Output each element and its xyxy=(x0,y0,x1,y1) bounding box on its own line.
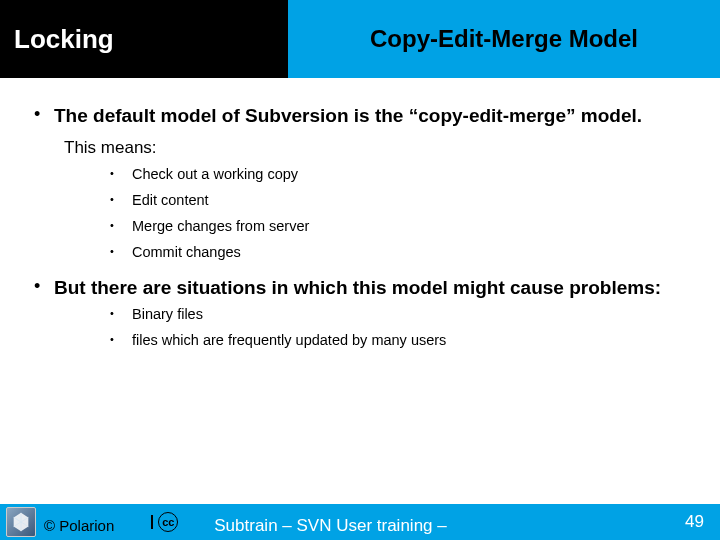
bullet-2: But there are situations in which this m… xyxy=(30,276,690,348)
header-right: Copy-Edit-Merge Model xyxy=(288,0,720,78)
list-item: Commit changes xyxy=(110,244,690,260)
slide-header: Locking Copy-Edit-Merge Model xyxy=(0,0,720,78)
bullet-2-text: But there are situations in which this m… xyxy=(54,276,690,300)
polarion-logo-icon xyxy=(6,507,36,537)
bullet-1: The default model of Subversion is the “… xyxy=(30,104,690,260)
list-item: files which are frequently updated by ma… xyxy=(110,332,690,348)
cc-license-icon: cc xyxy=(158,512,178,532)
list-item: Merge changes from server xyxy=(110,218,690,234)
slide-title: Copy-Edit-Merge Model xyxy=(370,25,638,53)
slide-footer: © Polarion cc Subtrain – SVN User traini… xyxy=(0,504,720,540)
list-item: Edit content xyxy=(110,192,690,208)
slide: Locking Copy-Edit-Merge Model The defaul… xyxy=(0,0,720,540)
footer-subtitle: Subtrain – SVN User training – xyxy=(214,518,446,534)
bullet-1-subtext: This means: xyxy=(64,138,690,158)
section-title: Locking xyxy=(14,24,114,55)
list-item: Binary files xyxy=(110,306,690,322)
bullet-1-text: The default model of Subversion is the “… xyxy=(54,104,690,128)
header-left: Locking xyxy=(0,0,288,78)
slide-body: The default model of Subversion is the “… xyxy=(0,78,720,540)
page-number: 49 xyxy=(685,512,704,532)
list-item: Check out a working copy xyxy=(110,166,690,182)
copyright-text: © Polarion xyxy=(44,519,114,533)
